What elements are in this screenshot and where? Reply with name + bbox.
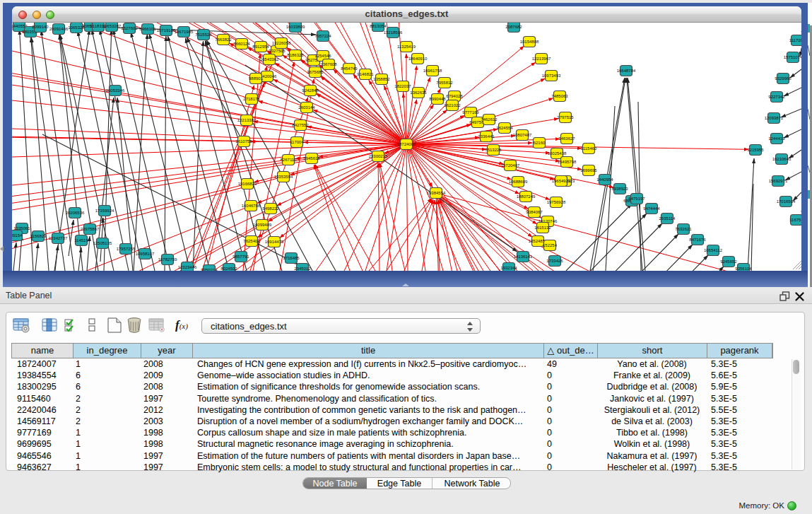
svg-text:9356104: 9356104 [735,267,752,271]
svg-text:1362635: 1362635 [410,90,427,95]
svg-text:15751074: 15751074 [784,55,801,59]
svg-text:8454749: 8454749 [341,66,358,71]
svg-text:17957255: 17957255 [117,247,136,251]
svg-text:20206536: 20206536 [66,211,85,215]
svg-text:1621022: 1621022 [444,103,461,107]
svg-text:20091406: 20091406 [49,27,69,31]
svg-text:19756928: 19756928 [547,200,566,204]
svg-text:12342737: 12342737 [49,236,68,240]
svg-text:2099140: 2099140 [32,25,49,29]
svg-text:8471676: 8471676 [689,238,706,242]
svg-text:19166829: 19166829 [238,182,257,186]
svg-text:9245652: 9245652 [720,259,737,264]
svg-text:16033809: 16033809 [286,25,305,29]
svg-text:10719185: 10719185 [157,28,176,33]
svg-text:10025438: 10025438 [548,151,567,156]
svg-text:1932344: 1932344 [500,266,517,270]
svg-text:8813054: 8813054 [370,24,387,28]
svg-text:17016504: 17016504 [777,199,796,204]
svg-text:16648784: 16648784 [617,69,636,73]
svg-text:16046788: 16046788 [242,204,261,208]
svg-text:18724007: 18724007 [397,142,416,146]
svg-text:8660124: 8660124 [233,42,250,46]
svg-text:16961758: 16961758 [423,69,442,73]
svg-text:10958107: 10958107 [136,252,155,256]
svg-text:1156829: 1156829 [30,234,47,238]
svg-text:7955812: 7955812 [436,81,453,85]
svg-text:23975867: 23975867 [81,227,100,231]
svg-text:9463627: 9463627 [558,136,575,141]
svg-text:14099489: 14099489 [253,223,272,227]
svg-text:11325419: 11325419 [397,45,416,49]
svg-text:7462612: 7462612 [481,117,498,122]
svg-text:2367608: 2367608 [320,62,337,66]
svg-text:18807249: 18807249 [517,194,536,199]
svg-text:23300215: 23300215 [369,154,388,158]
svg-text:12323446: 12323446 [178,265,197,269]
svg-text:9084067: 9084067 [526,210,543,214]
svg-text:9329966: 9329966 [775,76,792,81]
svg-text:15692971: 15692971 [769,179,788,183]
svg-text:10654112: 10654112 [704,248,723,252]
svg-text:9474444: 9474444 [643,206,660,211]
svg-text:12505135: 12505135 [93,241,112,245]
svg-text:16210643: 16210643 [772,157,792,161]
svg-text:2945012: 2945012 [294,267,311,271]
svg-text:13353594: 13353594 [274,175,293,179]
svg-text:9777169: 9777169 [462,110,479,115]
svg-text:117004: 117004 [290,140,304,144]
svg-text:152254: 152254 [543,243,558,247]
svg-text:15495798: 15495798 [558,160,577,164]
svg-text:7625402: 7625402 [243,239,260,243]
svg-text:39154: 39154 [12,233,23,238]
svg-text:13226058: 13226058 [272,41,291,45]
svg-text:7632621: 7632621 [675,227,692,231]
svg-text:9146821: 9146821 [357,72,374,76]
svg-text:12213967: 12213967 [532,57,551,61]
svg-text:8267110: 8267110 [281,158,298,162]
svg-text:13218506: 13218506 [384,30,403,35]
svg-text:9327505: 9327505 [269,49,286,53]
svg-text:16782759: 16782759 [158,257,177,262]
svg-text:12093872: 12093872 [765,116,784,120]
svg-text:1440954: 1440954 [596,177,613,182]
svg-text:8990448: 8990448 [429,97,446,101]
svg-text:15720407: 15720407 [501,163,520,168]
svg-text:12213382: 12213382 [237,118,257,122]
svg-text:1244419: 1244419 [768,136,785,141]
svg-text:1797515: 1797515 [557,115,574,119]
svg-text:1527602: 1527602 [121,26,138,30]
svg-text:8024502: 8024502 [220,267,237,271]
svg-text:17359924: 17359924 [95,209,114,213]
svg-text:6466101: 6466101 [139,27,156,31]
svg-text:8912954: 8912954 [252,45,269,49]
svg-text:3215955: 3215955 [747,148,764,152]
svg-text:2603144: 2603144 [298,105,315,110]
svg-text:18640910: 18640910 [408,57,428,61]
svg-text:62160: 62160 [534,141,546,145]
svg-text:7663822: 7663822 [215,37,232,42]
svg-text:7513226: 7513226 [485,148,502,152]
svg-text:20053346: 20053346 [106,88,125,93]
svg-text:1624554: 1624554 [496,126,513,130]
svg-text:2945618: 2945618 [303,156,320,160]
svg-text:1117205: 1117205 [789,38,801,42]
svg-text:2718176: 2718176 [243,97,260,101]
svg-text:1822037: 1822037 [394,84,411,88]
svg-text:1254546: 1254546 [314,54,331,58]
svg-text:10653287: 10653287 [102,24,122,28]
svg-text:9115460: 9115460 [581,146,598,151]
svg-text:988901: 988901 [249,76,264,81]
svg-text:9242848: 9242848 [302,88,319,93]
svg-text:7957224: 7957224 [314,34,331,38]
svg-text:1358852: 1358852 [373,77,390,81]
svg-text:3675685: 3675685 [307,70,324,74]
svg-text:2087682: 2087682 [505,25,522,29]
svg-text:6479197: 6479197 [628,197,645,201]
svg-text:7485063: 7485063 [551,94,568,98]
svg-text:8938923: 8938923 [611,187,628,191]
svg-text:3716485: 3716485 [283,256,300,260]
svg-text:116753: 116753 [789,218,801,222]
svg-text:114519: 114519 [74,238,88,243]
svg-text:1610755: 1610755 [235,139,252,144]
